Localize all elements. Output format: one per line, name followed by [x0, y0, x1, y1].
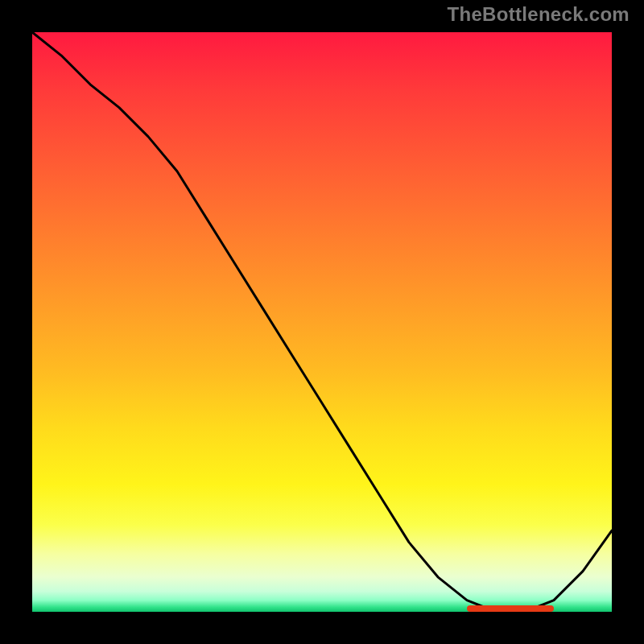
bottleneck-curve — [32, 32, 612, 612]
watermark-text: TheBottleneck.com — [448, 3, 630, 26]
optimal-range-marker — [467, 605, 554, 612]
plot-gradient-area — [32, 32, 612, 612]
chart-container: TheBottleneck.com — [0, 0, 644, 644]
curve-layer — [32, 32, 612, 612]
plot-frame — [24, 24, 620, 620]
